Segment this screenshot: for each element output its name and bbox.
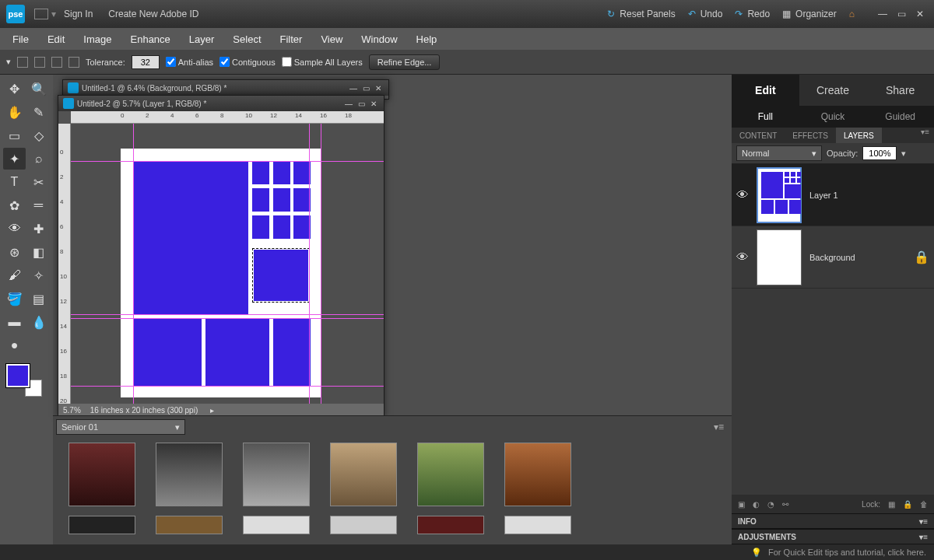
link-icon[interactable]: ⚯	[782, 500, 788, 509]
panel-tab-effects[interactable]: EFFECTS	[785, 128, 836, 143]
lock-transparent-icon[interactable]: ▦	[888, 500, 895, 509]
menu-view[interactable]: View	[311, 33, 352, 45]
sign-in-link[interactable]: Sign In	[64, 9, 93, 19]
move-tool-icon[interactable]: ✥	[3, 78, 26, 100]
sample-all-layers-checkbox[interactable]: Sample All Layers	[282, 57, 363, 67]
doc2-close-icon[interactable]: ✕	[368, 99, 379, 108]
new-selection-icon[interactable]	[17, 57, 28, 68]
document-titlebar-2[interactable]: Untitled-2 @ 5.7% (Layer 1, RGB/8) * — ▭…	[58, 96, 384, 111]
maximize-icon[interactable]: ▭	[894, 8, 909, 20]
undo-button[interactable]: ↶ Undo	[688, 9, 723, 19]
refine-edge-button[interactable]: Refine Edge...	[369, 54, 441, 70]
chevron-down-icon[interactable]: ▾	[901, 149, 906, 159]
bin-thumb[interactable]	[68, 443, 135, 506]
menu-window[interactable]: Window	[352, 33, 406, 45]
foreground-color-swatch[interactable]	[6, 364, 30, 387]
sponge-tool-icon[interactable]: ●	[3, 334, 26, 356]
status-tip[interactable]: For Quick Edit tips and tutorial, click …	[768, 548, 926, 557]
healing-tool-icon[interactable]: ✚	[27, 218, 50, 240]
bin-thumb[interactable]	[417, 443, 484, 506]
menu-help[interactable]: Help	[407, 33, 447, 45]
canvas[interactable]	[71, 124, 384, 404]
doc2-maximize-icon[interactable]: ▭	[356, 99, 367, 108]
eyedropper-tool-icon[interactable]: ✎	[27, 101, 50, 123]
panel-tab-layers[interactable]: LAYERS	[836, 128, 882, 143]
doc1-close-icon[interactable]: ✕	[373, 83, 384, 93]
layer-thumbnail[interactable]	[757, 229, 802, 285]
trash-icon[interactable]: 🗑	[920, 500, 928, 509]
bucket-tool-icon[interactable]: 🪣	[3, 288, 26, 310]
menu-edit[interactable]: Edit	[38, 33, 74, 45]
layer-thumbnail[interactable]	[757, 167, 802, 223]
opacity-input[interactable]	[862, 146, 897, 160]
clone-tool-icon[interactable]: ⊛	[3, 241, 26, 263]
fx-icon[interactable]: ◐	[753, 500, 760, 509]
add-selection-icon[interactable]	[34, 57, 45, 68]
doc2-minimize-icon[interactable]: —	[343, 99, 354, 108]
eraser-tool-icon[interactable]: ◧	[27, 241, 50, 263]
menu-layer[interactable]: Layer	[180, 33, 224, 45]
panel-menu-icon[interactable]: ▾≡	[921, 128, 934, 143]
create-adobe-id-link[interactable]: Create New Adobe ID	[108, 9, 198, 19]
crop-tool-icon[interactable]: ✂	[27, 171, 50, 193]
tab-share[interactable]: Share	[866, 75, 934, 106]
adjustments-panel-header[interactable]: ADJUSTMENTS▾≡	[732, 529, 934, 544]
layer-name[interactable]: Background	[809, 253, 855, 262]
menu-enhance[interactable]: Enhance	[121, 33, 180, 45]
close-icon[interactable]: ✕	[912, 8, 928, 20]
type-tool-icon[interactable]: T	[3, 171, 26, 193]
bin-set-select[interactable]: Senior 01▾	[56, 419, 185, 435]
visibility-eye-icon[interactable]: 👁	[736, 188, 749, 202]
subtab-quick[interactable]: Quick	[799, 106, 867, 128]
info-panel-header[interactable]: INFO▾≡	[732, 513, 934, 529]
subtract-selection-icon[interactable]	[51, 57, 62, 68]
organizer-button[interactable]: ▦ Organizer	[782, 9, 837, 19]
blend-mode-select[interactable]: Normal▾	[736, 145, 822, 161]
wand-tool-icon[interactable]: ▾	[6, 57, 11, 67]
intersect-selection-icon[interactable]	[68, 57, 79, 68]
lasso-tool-icon[interactable]: ◇	[27, 124, 50, 146]
bin-thumb[interactable]	[504, 516, 571, 534]
doc1-maximize-icon[interactable]: ▭	[360, 83, 371, 93]
bin-thumb[interactable]	[330, 443, 397, 506]
visibility-eye-icon[interactable]: 👁	[736, 250, 749, 264]
tab-edit[interactable]: Edit	[732, 75, 799, 106]
layer-row[interactable]: 👁 Background 🔒	[732, 226, 934, 289]
brush-tool-icon[interactable]: 🖌	[3, 264, 26, 286]
tolerance-input[interactable]	[132, 55, 160, 69]
guide[interactable]	[71, 161, 384, 162]
zoom-display[interactable]: 5.7%	[63, 406, 81, 415]
contiguous-checkbox[interactable]: Contiguous	[219, 57, 276, 67]
bin-thumb[interactable]	[417, 516, 484, 534]
minimize-icon[interactable]: —	[875, 8, 890, 20]
subtab-full[interactable]: Full	[732, 106, 799, 128]
color-swatches[interactable]	[3, 362, 50, 401]
shape-tool-icon[interactable]: ▬	[3, 311, 26, 333]
arrange-docs-icon[interactable]	[34, 9, 48, 19]
bin-thumb[interactable]	[243, 516, 310, 534]
vertical-ruler[interactable]: 02468101214161820	[58, 124, 71, 404]
new-layer-icon[interactable]: ▣	[738, 500, 745, 509]
guide[interactable]	[321, 124, 321, 404]
guide[interactable]	[71, 314, 384, 315]
smart-brush-tool-icon[interactable]: ✧	[27, 264, 50, 286]
marquee-tool-icon[interactable]: ▭	[3, 124, 26, 146]
menu-select[interactable]: Select	[223, 33, 270, 45]
doc1-minimize-icon[interactable]: —	[348, 83, 359, 93]
straighten-tool-icon[interactable]: ═	[27, 194, 50, 216]
guide[interactable]	[71, 318, 384, 319]
cookie-cutter-tool-icon[interactable]: ✿	[3, 194, 26, 216]
anti-alias-checkbox[interactable]: Anti-alias	[166, 57, 213, 67]
mask-icon[interactable]: ◔	[767, 500, 774, 509]
bin-thumb[interactable]	[156, 443, 223, 506]
quick-select-tool-icon[interactable]: ⌕	[27, 148, 50, 170]
bin-menu-icon[interactable]: ▾≡	[714, 422, 724, 432]
menu-filter[interactable]: Filter	[271, 33, 312, 45]
redeye-tool-icon[interactable]: 👁	[3, 218, 26, 240]
hand-tool-icon[interactable]: ✋	[3, 101, 26, 123]
layer-row[interactable]: 👁 Layer 1	[732, 164, 934, 226]
subtab-guided[interactable]: Guided	[866, 106, 934, 128]
menu-file[interactable]: File	[3, 33, 38, 45]
redo-button[interactable]: ↷ Redo	[735, 9, 770, 19]
tab-create[interactable]: Create	[799, 75, 867, 106]
